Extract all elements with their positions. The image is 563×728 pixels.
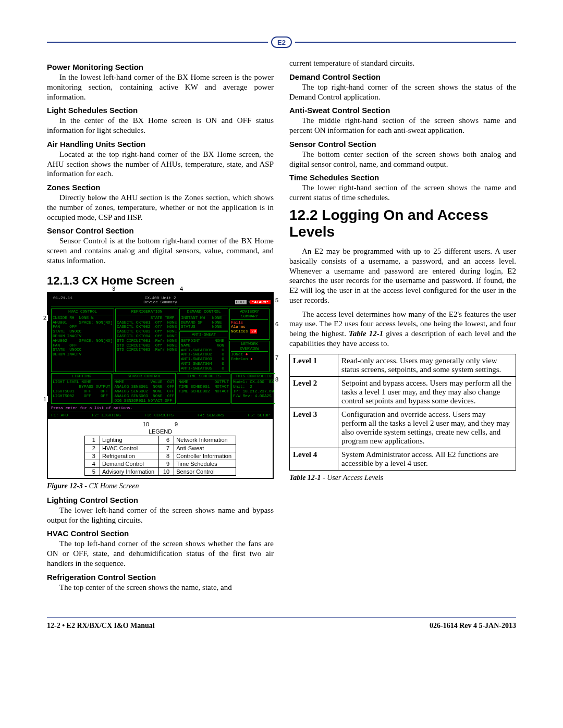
level-1-desc: Read-only access. Users may generally on… bbox=[338, 354, 516, 376]
legend-n-8: 8 bbox=[159, 452, 174, 460]
legend-t-3: Refrigeration bbox=[100, 452, 158, 460]
legend-t-7: Anti-Sweat bbox=[174, 444, 236, 452]
ctrl-l4: F/W Rev: 4.00A25 bbox=[233, 394, 274, 399]
right-column: current temperature of standard circuits… bbox=[289, 58, 516, 596]
callout-5: 5 bbox=[274, 297, 280, 303]
table-caption: Table 12-1 - User Access Levels bbox=[289, 474, 516, 482]
demand-l3: STATUS NONE bbox=[181, 325, 227, 329]
page: E2 Power Monitoring Section In the lowes… bbox=[0, 0, 563, 651]
footer-right: 026-1614 Rev 4 5-JAN-2013 bbox=[430, 622, 516, 630]
legend-t-4: Demand Control bbox=[100, 460, 158, 467]
screen-date: 01-21-11 bbox=[53, 296, 72, 301]
sensor-text: Sensor Control is at the bottom right-ha… bbox=[47, 236, 274, 265]
callout-9: 9 bbox=[175, 421, 178, 427]
legend-row: 10 9 LEGEND 1 Lighting 6 Network Informa… bbox=[48, 419, 273, 476]
hvac-head: HVAC Control Section bbox=[47, 529, 274, 538]
full-badge: FULL bbox=[235, 300, 247, 305]
callout-7: 7 bbox=[274, 354, 280, 361]
sensor-head: Sensor Control Section bbox=[47, 226, 274, 235]
controller-panel: THIS CONTROLLER Model: CX-400 BX Unit: 2… bbox=[231, 373, 275, 404]
p1: An E2 may be programmed with up to 25 di… bbox=[289, 246, 516, 305]
page-footer: 12-2 • E2 RX/BX/CX I&O Manual 026-1614 R… bbox=[47, 617, 516, 630]
cx-home-screen-head: 12.1.3 CX Home Screen bbox=[47, 274, 274, 288]
cx-screen: 01-21-11 CX-400 Unit 2Device Summary 14:… bbox=[48, 293, 273, 419]
level-4-desc: System Administrator access. All E2 func… bbox=[338, 448, 516, 470]
refrig-cont-text: current temperature of standard circuits… bbox=[289, 58, 516, 68]
advisory-panel: ADVISORY SUMMARY Fails Alarms Notices 29 bbox=[229, 309, 270, 340]
adv-notices: Notices 29 bbox=[231, 329, 268, 334]
timesched-panel: TIME SCHEDULES NAME OUTPUT TIME SCHED001… bbox=[177, 373, 230, 404]
refrig-l7: STD CIRCUIT003 .Refr NONE bbox=[117, 348, 177, 352]
figure-caption: Figure 12-3 - CX Home Screen bbox=[47, 482, 274, 490]
callout-6: 6 bbox=[274, 321, 280, 327]
refrig-head: Refrigeration Control Section bbox=[47, 573, 274, 582]
timesched-head: Time Schedules Section bbox=[289, 173, 516, 182]
light-schedules-head: Light Schedules Section bbox=[47, 106, 274, 115]
controller-panel-head: THIS CONTROLLER bbox=[233, 374, 274, 380]
refrig-panel-head: REFRIGERATION bbox=[117, 310, 177, 315]
net-l2: Echelon ● bbox=[231, 357, 268, 362]
hvac-text: The top left-hand corner of the screen s… bbox=[47, 539, 274, 568]
timesched-panel-head: TIME SCHEDULES bbox=[178, 374, 229, 380]
legend-n-9: 9 bbox=[159, 460, 174, 467]
header-line-right bbox=[295, 42, 516, 43]
hvac-panel-head: HVAC CONTROL bbox=[53, 310, 113, 315]
antisweat-head: Anti-Sweat Control Section bbox=[289, 106, 516, 115]
antisweat-l7: ANTI-SWEAT005 0 bbox=[181, 366, 227, 371]
refrig-panel: REFRIGERATION STATE TEMP CASECTL CKT001 … bbox=[115, 309, 178, 372]
legend-t-10: Sensor Control bbox=[174, 467, 236, 475]
e2-logo-icon: E2 bbox=[268, 36, 295, 48]
network-panel-head: NETWORK OVERVIEW bbox=[231, 342, 268, 352]
advisory-panel-head: ADVISORY SUMMARY bbox=[231, 310, 268, 320]
screen-footbar: F1: AHU F2: LIGHTING F3: CIRCUITS F4: SE… bbox=[51, 412, 270, 418]
f4-key: F4: SENSORS bbox=[198, 413, 224, 418]
screen-prompt: Press enter for a list of actions. bbox=[51, 406, 270, 411]
zones-head: Zones Section bbox=[47, 183, 274, 192]
lighting-panel-head: LIGHTING bbox=[53, 374, 110, 380]
sensor2-text: The bottom center section of the screen … bbox=[289, 150, 516, 169]
p2: The access level determines how many of … bbox=[289, 310, 516, 349]
legend-title: LEGEND bbox=[48, 427, 273, 436]
level-1-label: Level 1 bbox=[290, 354, 338, 376]
level-3-label: Level 3 bbox=[290, 408, 338, 448]
level-3-desc: Configuration and override access. Users… bbox=[338, 408, 516, 448]
zones-text: Directly below the AHU section is the Zo… bbox=[47, 193, 274, 222]
table-row: Level 1 Read-only access. Users may gene… bbox=[290, 354, 516, 376]
demand-panel: DEMAND CONTROL INSTANT KW NONE DEMAND SP… bbox=[179, 309, 228, 330]
callout-1: 1 bbox=[42, 396, 48, 402]
sensorctl-l5: DIG SENSOR001 NOTACT OFF bbox=[114, 399, 174, 403]
left-column: Power Monitoring Section In the lowest l… bbox=[47, 58, 274, 596]
legend-n-2: 2 bbox=[84, 444, 100, 452]
level-2-label: Level 2 bbox=[290, 376, 338, 408]
lighting-l3: LIGHTS002 OFF OFF bbox=[53, 394, 110, 399]
callout-10: 10 bbox=[143, 421, 149, 427]
legend-n-3: 3 bbox=[84, 452, 100, 460]
section-12-2-head: 12.2 Logging On and Access Levels bbox=[289, 207, 516, 240]
lighting-text: The lower left-hand corner of the screen… bbox=[47, 505, 274, 525]
figure-cx-home: 3 4 5 2 6 7 8 1 01-21-11 CX-400 Unit 2De… bbox=[47, 292, 274, 479]
timesched-l3: TIME SCHED002 NOTACT bbox=[178, 389, 229, 394]
f5-key: F5: SETUP bbox=[248, 413, 270, 418]
timesched-text: The lower right-hand section of the scre… bbox=[289, 183, 516, 203]
legend-n-10: 10 bbox=[159, 467, 174, 475]
table-row: Level 2 Setpoint and bypass access. User… bbox=[290, 376, 516, 408]
lighting-head: Lighting Control Section bbox=[47, 496, 274, 504]
power-monitoring-text: In the lowest left-hand corner of the BX… bbox=[47, 72, 274, 102]
legend-t-5: Advisory Information bbox=[100, 467, 158, 475]
hvac-panel: HVAC CONTROL INSIDE RH NONE % AHU001 SPA… bbox=[51, 309, 114, 372]
antisweat-panel-head: ANTI-SWEAT bbox=[181, 332, 227, 338]
refrig-text: The top center of the screen shows the n… bbox=[47, 583, 274, 593]
network-panel: NETWORK OVERVIEW IONet ● Echelon ● bbox=[229, 341, 270, 372]
level-4-label: Level 4 bbox=[290, 448, 338, 470]
demand-text: The top right-hand corner of the screen … bbox=[289, 82, 516, 102]
legend-t-6: Network Information bbox=[174, 436, 236, 444]
hvac-l9: DEHUM INACTV bbox=[53, 352, 113, 357]
legend-t-2: HVAC Control bbox=[100, 444, 158, 452]
header-rule: E2 bbox=[47, 36, 516, 48]
sensorctl-panel-head: SENSOR CONTROL bbox=[114, 374, 174, 380]
footer-left: 12-2 • E2 RX/BX/CX I&O Manual bbox=[47, 622, 155, 630]
table-row: Level 4 System Administrator access. All… bbox=[290, 448, 516, 470]
legend-n-7: 7 bbox=[159, 444, 174, 452]
legend-n-6: 6 bbox=[159, 436, 174, 444]
legend-n-1: 1 bbox=[84, 436, 100, 444]
